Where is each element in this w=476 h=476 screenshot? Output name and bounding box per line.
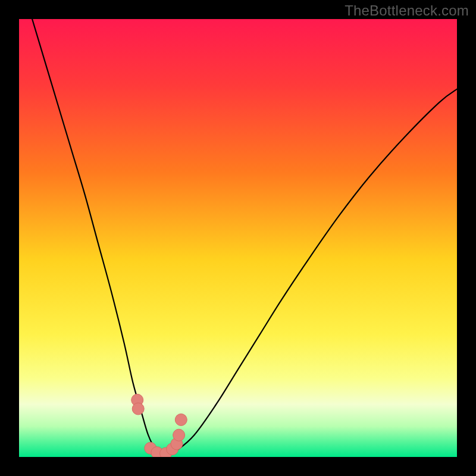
data-marker [175, 414, 187, 425]
gradient-background [19, 19, 457, 457]
watermark-text: TheBottleneck.com [345, 2, 469, 19]
chart-frame: TheBottleneck.com [0, 0, 476, 476]
chart-plot [19, 19, 457, 457]
data-marker [132, 403, 144, 415]
data-marker [173, 429, 185, 441]
